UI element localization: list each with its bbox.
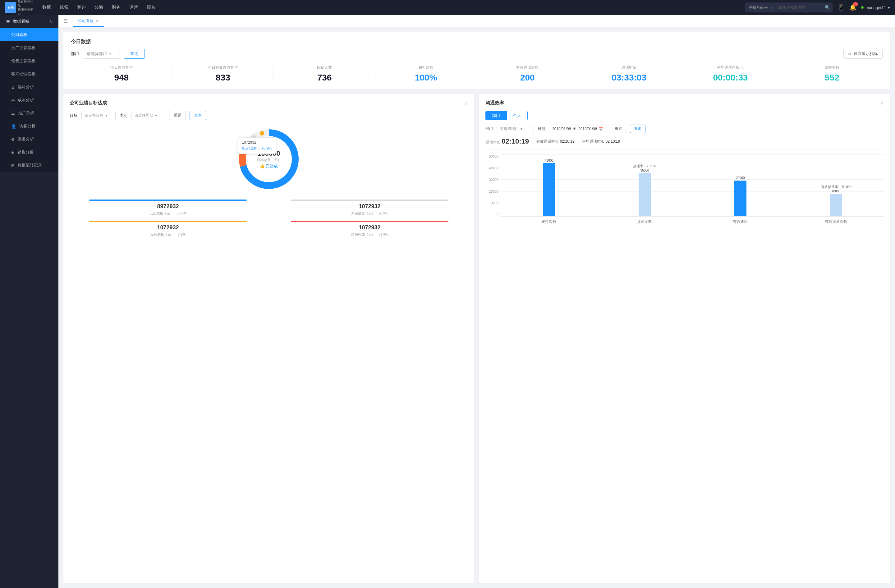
- search-type-select[interactable]: 手机号码: [748, 5, 769, 10]
- dept-select-placeholder: 请选择部门: [87, 51, 107, 56]
- performance-card: 公司业绩目标达成 ⤢ 目标 请选择目标 ▾ 周期 请选择周期 ▾: [64, 94, 474, 583]
- efficiency-filter-row: 部门 请选择部门 ▾ 日期 2018/01/08 至 2018/01/08 📅: [485, 124, 884, 133]
- expand-icon[interactable]: ⤢: [464, 101, 468, 106]
- sidebar-item-sales-analysis[interactable]: ◈ 销售分析: [0, 146, 58, 159]
- tab-company-board[interactable]: 公司看板 ✕: [73, 15, 104, 27]
- notification-icon[interactable]: 🔔 5: [849, 4, 856, 11]
- settings-display-button[interactable]: ⚙ 设置显示指标: [843, 49, 883, 59]
- sidebar-section-label: 数据看板: [13, 19, 29, 24]
- user-dropdown-icon: ▾: [888, 5, 890, 10]
- x-label-eff-conn: 有效接通次数: [788, 219, 884, 224]
- eff-dept-select[interactable]: 请选择部门 ▾: [497, 124, 534, 133]
- performance-query-button[interactable]: 查询: [190, 111, 206, 120]
- target-select[interactable]: 请选择目标 ▾: [82, 111, 115, 120]
- username: manager11: [865, 5, 886, 10]
- efficiency-card-title: 沟通效率: [485, 100, 504, 106]
- efficiency-tab-group: 部门 个人: [485, 111, 884, 120]
- bars-area: 43000 35000 接通率：70.9%: [501, 155, 884, 217]
- stat-should-complete: 1072932 应完成量（元）｜8.9%: [70, 221, 266, 237]
- dept-select[interactable]: 请选择部门 ▾: [83, 49, 120, 59]
- sidebar-item-label: 渠道分析: [18, 136, 34, 142]
- effective-call-stat: 有效通话时长 02:10:19: [536, 139, 575, 144]
- sidebar-item-data-flow[interactable]: ⊞ 数据流转记录: [0, 159, 58, 172]
- donut-chart-area: 100000 目标总量（元） 👍 已达成 1072932 所占比例： 70.9%: [70, 125, 468, 193]
- nav-leads[interactable]: 线索: [60, 5, 68, 10]
- sidebar-item-label: 访客分析: [19, 123, 35, 129]
- sidebar-item-visitor[interactable]: 👤 访客分析: [0, 120, 58, 133]
- today-data-section: 今日数据 部门 请选择部门 ▾ 查询 ⚙ 设置显示指标 今日首咨客户: [64, 32, 890, 89]
- info-icon: ⓘ: [740, 65, 744, 70]
- performance-reset-button[interactable]: 重置: [169, 111, 186, 120]
- channel-icon: ⊕: [11, 137, 15, 142]
- sidebar-item-promotion-analysis[interactable]: ☲ 推广分析: [0, 107, 58, 120]
- data-flow-icon: ⊞: [11, 163, 15, 168]
- eff-reset-button[interactable]: 重置: [611, 124, 626, 133]
- metric-value: 833: [175, 73, 271, 83]
- search-box[interactable]: 手机号码 ▾ 🔍: [745, 3, 833, 12]
- bar-calls: [543, 163, 555, 216]
- sidebar-item-company-board[interactable]: 公司看板: [0, 28, 58, 41]
- period-select[interactable]: 请选择周期 ▾: [131, 111, 165, 120]
- period-placeholder: 请选择周期: [135, 113, 153, 118]
- avg-call-val2: 02:10:19: [605, 139, 620, 144]
- bar-group-effective: 29000: [693, 155, 789, 216]
- metric-revisit: 回访人数 736: [274, 65, 375, 83]
- visitor-icon: 👤: [11, 124, 16, 129]
- nav-public-sea[interactable]: 公海: [94, 5, 103, 10]
- logo-text: 教育机构一站托服务云平台: [18, 0, 36, 15]
- metric-value: 552: [784, 73, 880, 83]
- stat-desc: 已完成量（元）｜70.9%: [70, 211, 266, 216]
- tab-btn-personal[interactable]: 个人: [507, 111, 528, 120]
- bar-effective: [734, 180, 746, 216]
- search-input[interactable]: [779, 5, 822, 10]
- bar-chart: 50000 40000 30000 20000 10000 0: [485, 155, 884, 224]
- metric-label: 成交单数: [784, 65, 880, 70]
- metric-value: 736: [276, 73, 373, 83]
- nav-enrollment[interactable]: 报名: [147, 5, 155, 10]
- sidebar-item-channel[interactable]: ⊕ 渠道分析: [0, 133, 58, 146]
- promotion-icon: ☲: [11, 111, 15, 116]
- call-time-label: 通话时长: [485, 140, 500, 144]
- today-query-button[interactable]: 查询: [124, 49, 145, 59]
- eff-query-button[interactable]: 查询: [630, 124, 645, 133]
- stat-bar-should: [89, 221, 246, 222]
- sidebar-item-cost[interactable]: ◎ 成本分析: [0, 94, 58, 107]
- metric-effective-first-consult: 今日有效首咨客户 833: [173, 65, 274, 83]
- search-icon[interactable]: 🔍: [825, 5, 830, 10]
- bar-eff-conn: 有效接通率：70.9%: [830, 194, 842, 216]
- tab-menu-icon[interactable]: ☰: [64, 18, 68, 24]
- nav-finance[interactable]: 财务: [112, 5, 121, 10]
- tab-close-icon[interactable]: ✕: [96, 19, 99, 23]
- tab-btn-dept[interactable]: 部门: [485, 111, 507, 120]
- settings-icon: ⚙: [848, 52, 852, 56]
- online-status-dot: [861, 6, 864, 9]
- eff-date-picker[interactable]: 2018/01/08 至 2018/01/08 📅: [549, 124, 607, 133]
- stat-value: 8972932: [70, 203, 266, 210]
- stat-desc: 应完成量（元）｜8.9%: [70, 232, 266, 237]
- stat-desc: 超额完成（元）｜89.9%: [271, 232, 468, 237]
- sidebar-section-dashboard[interactable]: ☰ 数据看板 ∧: [0, 15, 58, 28]
- sidebar-item-sales-board[interactable]: 销售主管看板: [0, 55, 58, 67]
- nav-operations[interactable]: 运营: [129, 5, 138, 10]
- sidebar-item-label: 销售主管看板: [11, 58, 35, 64]
- stat-completed: 8972932 已完成量（元）｜70.9%: [70, 200, 266, 216]
- sidebar-item-label: 客户经理看板: [11, 71, 35, 77]
- nav-items: 数据 线索 客户 公海 财务 运营 报名: [42, 5, 745, 10]
- sidebar-item-promotion-board[interactable]: 推广主管看板: [0, 41, 58, 55]
- bar-label-calls: 43000: [545, 159, 554, 162]
- main-layout: ☰ 数据看板 ∧ 公司看板 推广主管看板 销售主管看板 客户经理看板 ⊿ 漏斗分…: [0, 15, 895, 588]
- eff-dept-label: 部门: [485, 126, 493, 132]
- sidebar-item-funnel[interactable]: ⊿ 漏斗分析: [0, 80, 58, 94]
- metric-value: 100%: [378, 73, 474, 83]
- bar-connected: 接通率：70.9%: [639, 173, 651, 216]
- sidebar-item-account-manager-board[interactable]: 客户经理看板: [0, 67, 58, 80]
- nav-data[interactable]: 数据: [42, 5, 51, 10]
- performance-card-title: 公司业绩目标达成: [70, 100, 107, 106]
- user-info[interactable]: manager11 ▾: [861, 5, 890, 10]
- eff-expand-icon[interactable]: ⤢: [880, 101, 884, 106]
- eff-dept-placeholder: 请选择部门: [500, 126, 519, 132]
- monitor-icon[interactable]: 📱: [837, 4, 844, 11]
- metric-value: 200: [479, 73, 576, 83]
- nav-customers[interactable]: 客户: [77, 5, 86, 10]
- metric-first-consult: 今日首咨客户 948: [71, 65, 173, 83]
